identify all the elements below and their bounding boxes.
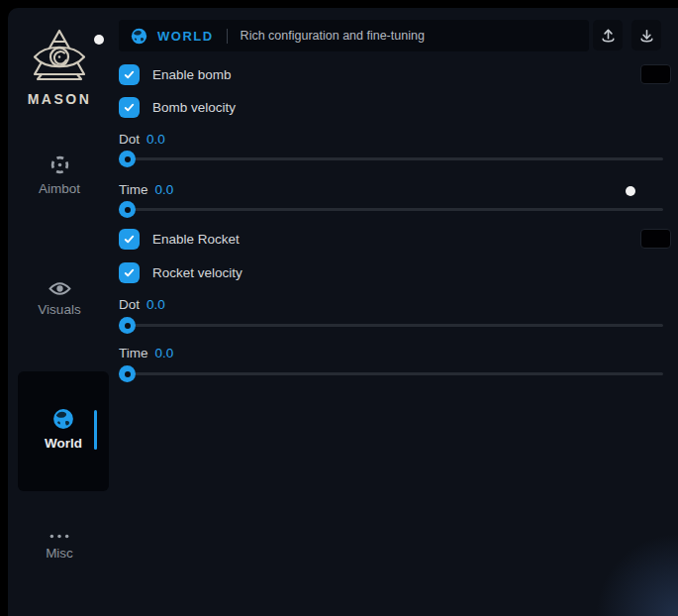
slider-caption: Dot 0.0 <box>119 297 165 313</box>
checkbox-row-bomb-velocity[interactable]: Bomb velocity <box>119 96 236 118</box>
slider-handle[interactable] <box>119 201 136 218</box>
checkbox-bomb-velocity[interactable] <box>119 97 140 118</box>
slider-caption: Time 0.0 <box>119 182 173 198</box>
checkbox-row-enable-rocket[interactable]: Enable Rocket <box>119 228 240 250</box>
header-divider <box>227 29 228 44</box>
slider-caption: Dot 0.0 <box>119 132 165 148</box>
globe-icon <box>52 408 74 430</box>
eye-icon <box>48 281 71 296</box>
slider-bomb-time[interactable] <box>119 200 663 218</box>
slider-value: 0.0 <box>146 297 165 313</box>
sidebar-item-misc[interactable]: Misc <box>16 533 103 561</box>
checkbox-label: Bomb velocity <box>152 100 236 115</box>
slider-label: Dot <box>119 297 140 313</box>
checkbox-row-rocket-velocity[interactable]: Rocket velocity <box>119 261 242 283</box>
checkbox-label: Rocket velocity <box>152 265 242 280</box>
download-config-button[interactable] <box>631 20 661 51</box>
screen: MASON Aimbot Visuals <box>0 0 678 616</box>
sidebar-item-label: Misc <box>46 546 73 561</box>
active-tab-indicator <box>94 410 97 450</box>
rocket-color-swatch[interactable] <box>640 229 671 249</box>
sidebar-item-label: World <box>45 436 82 451</box>
slider-rocket-time[interactable] <box>119 364 663 382</box>
sidebar-item-label: Aimbot <box>39 181 80 196</box>
mason-logo-icon <box>28 28 91 87</box>
checkmark-icon <box>123 68 136 81</box>
checkmark-icon <box>123 101 136 114</box>
checkbox-rocket-velocity[interactable] <box>119 262 140 283</box>
checkbox-enable-rocket[interactable] <box>119 229 140 250</box>
slider-value: 0.0 <box>155 346 174 361</box>
checkbox-enable-bomb[interactable] <box>119 64 140 85</box>
cursor-dot <box>94 35 104 45</box>
checkbox-label: Enable bomb <box>152 67 232 82</box>
slider-label: Dot <box>119 132 140 148</box>
sidebar-item-aimbot[interactable]: Aimbot <box>16 154 103 196</box>
slider-handle[interactable] <box>119 317 136 334</box>
brand-name: MASON <box>16 91 103 107</box>
globe-icon <box>131 28 147 45</box>
checkmark-icon <box>123 233 136 246</box>
slider-track[interactable] <box>119 324 663 327</box>
slider-caption: Time 0.0 <box>119 346 173 361</box>
section-header: WORLD Rich configuration and fine-tuning <box>119 20 589 51</box>
crosshair-icon <box>49 154 70 175</box>
slider-track[interactable] <box>119 208 663 211</box>
ellipsis-icon <box>48 533 71 540</box>
checkmark-icon <box>123 266 136 279</box>
sidebar-item-world[interactable]: World <box>18 371 109 491</box>
bomb-color-swatch[interactable] <box>640 64 671 84</box>
slider-label: Time <box>119 182 148 198</box>
slider-bomb-dot[interactable] <box>119 150 663 167</box>
checkbox-row-enable-bomb[interactable]: Enable bomb <box>119 63 232 85</box>
upload-config-button[interactable] <box>593 20 623 51</box>
slider-value: 0.0 <box>155 182 174 198</box>
slider-value: 0.0 <box>146 132 165 148</box>
slider-handle[interactable] <box>119 365 136 382</box>
section-title: WORLD <box>157 29 214 44</box>
slider-track[interactable] <box>119 157 663 160</box>
slider-track[interactable] <box>119 372 663 375</box>
upload-icon <box>600 27 617 44</box>
cursor-dot <box>626 186 635 196</box>
download-icon <box>638 27 655 44</box>
checkbox-label: Enable Rocket <box>152 232 240 247</box>
section-subtitle: Rich configuration and fine-tuning <box>241 29 425 43</box>
sidebar-item-label: Visuals <box>38 302 80 317</box>
sidebar-item-visuals[interactable]: Visuals <box>16 281 103 317</box>
slider-handle[interactable] <box>119 151 136 167</box>
slider-label: Time <box>119 346 148 361</box>
menu-window: MASON Aimbot Visuals <box>8 8 678 616</box>
slider-rocket-dot[interactable] <box>119 316 663 334</box>
